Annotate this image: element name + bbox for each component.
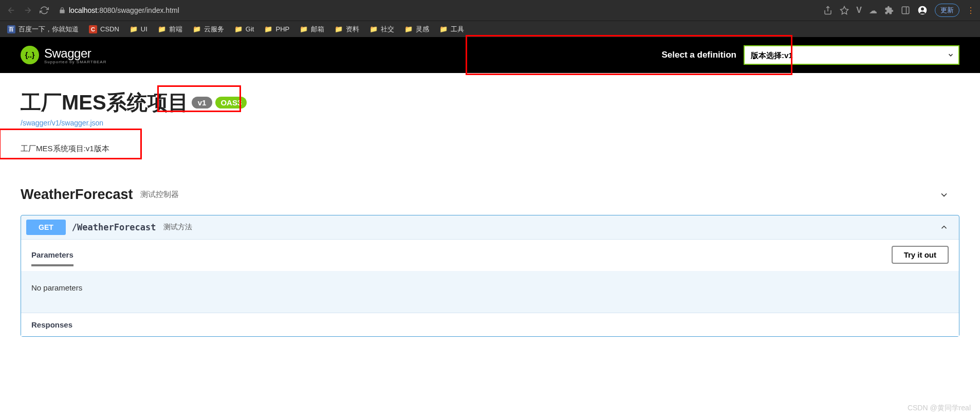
- controller-desc: 测试控制器: [140, 190, 179, 200]
- api-description: 工厂MES系统项目:v1版本: [21, 144, 959, 154]
- operation-path: /WeatherForecast: [72, 222, 156, 232]
- address-bar[interactable]: localhost:8080/swagger/index.html: [59, 6, 179, 14]
- chevron-up-icon: [939, 223, 949, 232]
- parameters-tab[interactable]: Parameters: [31, 250, 73, 259]
- api-title: 工厂MES系统项目: [21, 88, 189, 117]
- bookmark-label: CSDN: [100, 25, 119, 33]
- vue-ext-icon[interactable]: V: [856, 6, 862, 15]
- share-icon[interactable]: [823, 6, 833, 15]
- bookmark-folder-frontend[interactable]: 📁前端: [158, 25, 182, 34]
- csdn-icon: C: [89, 25, 97, 33]
- bookmarks-bar: 百 百度一下，你就知道 C CSDN 📁UI 📁前端 📁云服务 📁Git 📁PH…: [0, 21, 980, 37]
- nav-reload-button[interactable]: [38, 4, 50, 16]
- folder-icon: 📁: [439, 25, 448, 33]
- svg-rect-0: [902, 7, 909, 14]
- swagger-logo-text: Swagger: [44, 46, 106, 61]
- url-text: localhost:8080/swagger/index.html: [69, 6, 179, 14]
- bookmark-folder-social[interactable]: 📁社交: [369, 25, 394, 34]
- folder-icon: 📁: [300, 25, 308, 33]
- parameters-body: No parameters: [21, 271, 959, 313]
- bookmark-label: 社交: [381, 25, 394, 34]
- bookmark-label: 工具: [451, 25, 464, 34]
- operation-body: Parameters Try it out No parameters Resp…: [21, 239, 959, 336]
- profile-icon[interactable]: [917, 5, 928, 15]
- controller-section: WeatherForecast 测试控制器 GET /WeatherForeca…: [21, 185, 959, 337]
- bookmark-label: 百度一下，你就知道: [19, 25, 79, 34]
- bookmark-label: PHP: [275, 25, 289, 33]
- responses-header: Responses: [21, 313, 959, 336]
- cloud-ext-icon[interactable]: ☁: [869, 6, 877, 15]
- swagger-main: 工厂MES系统项目 v1 OAS3 /swagger/v1/swagger.js…: [0, 73, 980, 352]
- nav-back-button[interactable]: [5, 4, 17, 16]
- folder-icon: 📁: [234, 25, 243, 33]
- swagger-topbar: {..} Swagger Supported by SMARTBEAR Sele…: [0, 37, 980, 73]
- oas-badge: OAS3: [215, 97, 247, 108]
- browser-menu-icon[interactable]: ⋮: [967, 6, 975, 15]
- definition-select[interactable]: 版本选择:v1: [744, 45, 959, 65]
- chevron-down-icon: [939, 190, 949, 200]
- arrow-left-icon: [7, 6, 16, 15]
- bookmark-folder-inspiration[interactable]: 📁灵感: [404, 25, 429, 34]
- operation-toggle[interactable]: GET /WeatherForecast 测试方法: [21, 215, 959, 239]
- baidu-icon: 百: [7, 25, 15, 33]
- try-it-out-button[interactable]: Try it out: [892, 246, 949, 264]
- bookmark-folder-cloud[interactable]: 📁云服务: [193, 25, 224, 34]
- folder-icon: 📁: [264, 25, 272, 33]
- browser-toolbar: localhost:8080/swagger/index.html V ☁ 更新…: [0, 0, 980, 21]
- bookmark-label: 邮箱: [311, 25, 324, 34]
- http-method-badge: GET: [26, 220, 66, 235]
- svg-point-3: [921, 8, 924, 11]
- swagger-logo-subtext: Supported by SMARTBEAR: [44, 60, 106, 64]
- controller-name: WeatherForecast: [21, 187, 133, 203]
- parameters-header: Parameters Try it out: [21, 239, 959, 271]
- bookmark-label: 云服务: [204, 25, 224, 34]
- swagger-logo[interactable]: {..} Swagger Supported by SMARTBEAR: [21, 46, 106, 64]
- operation-desc: 测试方法: [163, 223, 192, 232]
- bookmark-label: 前端: [169, 25, 182, 34]
- bookmark-folder-docs[interactable]: 📁资料: [335, 25, 359, 34]
- version-badge: v1: [192, 97, 213, 108]
- arrow-right-icon: [23, 6, 32, 15]
- nav-forward-button[interactable]: [22, 4, 34, 16]
- folder-icon: 📁: [193, 25, 201, 33]
- browser-actions: V ☁ 更新 ⋮: [823, 4, 975, 17]
- bookmark-label: 资料: [346, 25, 359, 34]
- definition-label: Select a definition: [662, 50, 736, 60]
- lock-icon: [59, 7, 66, 14]
- bookmark-baidu[interactable]: 百 百度一下，你就知道: [7, 25, 79, 34]
- extensions-icon[interactable]: [884, 6, 894, 15]
- definition-selector-area: Select a definition 版本选择:v1: [662, 45, 959, 65]
- folder-icon: 📁: [369, 25, 378, 33]
- bookmark-folder-tools[interactable]: 📁工具: [439, 25, 464, 34]
- swagger-logo-icon: {..}: [21, 46, 39, 64]
- bookmark-folder-ui[interactable]: 📁UI: [130, 25, 147, 33]
- panel-icon[interactable]: [901, 6, 910, 15]
- bookmark-folder-email[interactable]: 📁邮箱: [300, 25, 324, 34]
- update-button[interactable]: 更新: [935, 4, 959, 17]
- swagger-json-link[interactable]: /swagger/v1/swagger.json: [21, 119, 103, 127]
- api-title-row: 工厂MES系统项目 v1 OAS3: [21, 88, 959, 117]
- bookmark-label: Git: [246, 25, 254, 33]
- controller-toggle[interactable]: WeatherForecast 测试控制器: [21, 185, 959, 205]
- operation-block: GET /WeatherForecast 测试方法 Parameters Try…: [21, 215, 959, 337]
- folder-icon: 📁: [404, 25, 413, 33]
- reload-icon: [40, 6, 49, 15]
- folder-icon: 📁: [130, 25, 138, 33]
- bookmark-csdn[interactable]: C CSDN: [89, 25, 119, 33]
- folder-icon: 📁: [335, 25, 343, 33]
- folder-icon: 📁: [158, 25, 166, 33]
- star-icon[interactable]: [840, 6, 849, 15]
- bookmark-folder-php[interactable]: 📁PHP: [264, 25, 289, 33]
- bookmark-label: 灵感: [416, 25, 429, 34]
- bookmark-label: UI: [141, 25, 147, 33]
- bookmark-folder-git[interactable]: 📁Git: [234, 25, 254, 33]
